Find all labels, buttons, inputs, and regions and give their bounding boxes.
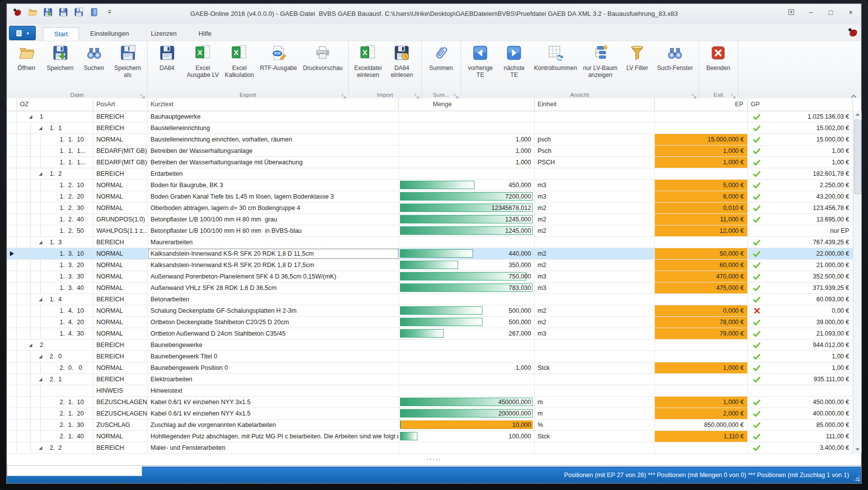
cell-gp[interactable]: 400.000,00 €	[748, 408, 853, 419]
cell-posart[interactable]: BEZUSCHLAGEN	[93, 397, 148, 408]
row-indicator-cell[interactable]	[7, 134, 17, 145]
cell-gp[interactable]: 1.025.136,03 €	[748, 111, 853, 122]
cell-einheit[interactable]: m3	[535, 191, 655, 202]
grid-header-einheit[interactable]: Einheit	[535, 98, 655, 110]
vertical-scrollbar[interactable]	[853, 111, 862, 453]
ribbon-button-vorherige-te[interactable]: vorherige TE	[464, 43, 497, 80]
ribbon-button-speichern-als[interactable]: Speichern als	[111, 43, 144, 80]
cell-ep[interactable]: 78,000 €	[655, 317, 748, 328]
cell-einheit[interactable]: m3	[535, 282, 655, 293]
table-row[interactable]: 1. 4. 30NORMALOrtbeton Außenwand D 24cm …	[7, 328, 853, 340]
cell-ep[interactable]	[655, 340, 748, 350]
table-row[interactable]: 2BEREICHBaunebengewerke944.012,00 €	[7, 340, 853, 351]
cell-posart[interactable]: NORMAL	[93, 328, 148, 339]
cell-ep[interactable]: 12,000 €	[655, 225, 748, 236]
cell-kurztext[interactable]: Baunebengewerk Titel 0	[148, 351, 399, 362]
cell-oz[interactable]: 1. 2. 20	[17, 191, 93, 202]
resize-grip-icon[interactable]	[858, 480, 860, 481]
cell-menge[interactable]: 450,000	[399, 180, 535, 191]
cell-kurztext[interactable]: Baustelleneinrichtung	[148, 123, 399, 134]
cell-ep[interactable]	[655, 442, 748, 453]
app-menu-button[interactable]: ▾	[9, 26, 36, 40]
cell-kurztext[interactable]: Betonpflaster L/B 100/100 mm H 80 mm in …	[148, 225, 399, 236]
cell-ep[interactable]: 475,000 €	[655, 282, 748, 293]
cell-kurztext[interactable]: Betreiben der Wasserhaltungsanlage	[148, 145, 399, 156]
cell-gp[interactable]: 3.400,00 €	[748, 442, 853, 453]
cell-ep[interactable]	[655, 294, 748, 305]
table-row[interactable]: 1. 1. 1...BEDARF(MIT GB)Betreiben der Wa…	[7, 145, 853, 157]
table-row[interactable]: 1. 4. 10NORMALSchalung Deckenplatte GF-S…	[7, 305, 853, 317]
cell-gp[interactable]: 767.439,25 €	[748, 237, 853, 248]
cell-oz[interactable]: 1. 1. 1...	[17, 145, 93, 156]
ribbon-button-exceldatei-einlesen[interactable]: XExceldatei einlesen	[352, 43, 385, 80]
cell-oz[interactable]: 1. 4. 30	[17, 328, 93, 339]
cell-menge[interactable]: 350,000	[399, 260, 535, 271]
cell-kurztext[interactable]: Ortbeton Außenwand D 24cm Stahlbeton C35…	[148, 328, 399, 339]
cell-einheit[interactable]: m2	[535, 214, 655, 225]
table-row[interactable]: 2. 2BEREICHMaler- und Fensterarbeiten3.4…	[7, 442, 853, 454]
table-row[interactable]: 1. 3. 20NORMALKalksandstein-Innenwand KS…	[7, 260, 853, 271]
cell-posart[interactable]: NORMAL	[93, 248, 148, 259]
cell-oz[interactable]: 1. 4	[17, 294, 93, 305]
cell-kurztext[interactable]: Betreiben der Wasserhaltungsanlage mit Ü…	[148, 157, 399, 168]
cell-menge[interactable]: 7200,000	[399, 191, 535, 202]
table-row[interactable]: 2. 1. 10BEZUSCHLAGENKabel 0.6/1 kV einzi…	[7, 397, 853, 408]
grid-header-ep[interactable]: EP	[655, 98, 748, 110]
row-indicator-cell[interactable]	[7, 351, 17, 362]
dialog-launcher-icon[interactable]	[414, 92, 420, 97]
cell-posart[interactable]: HINWEIS	[93, 385, 148, 396]
table-row[interactable]: HINWEISHinweistext	[7, 385, 853, 397]
cell-kurztext[interactable]: Boden für Baugrube, BK 3	[148, 180, 399, 191]
row-indicator-cell[interactable]	[7, 191, 17, 202]
cell-menge[interactable]: 440,000	[399, 248, 535, 259]
cell-einheit[interactable]	[535, 385, 655, 396]
cell-posart[interactable]: NORMAL	[93, 260, 148, 271]
cell-menge[interactable]: 500,000	[399, 317, 535, 328]
table-row[interactable]: 1. 1BEREICHBaustelleneinrichtung15.002,0…	[7, 123, 853, 134]
cell-kurztext[interactable]: Maurerarbeiten	[148, 237, 399, 248]
cell-ep[interactable]	[655, 123, 748, 134]
cell-menge[interactable]	[399, 351, 535, 362]
cell-einheit[interactable]: m2	[535, 248, 655, 259]
cell-gp[interactable]: nur EP	[748, 225, 853, 236]
close-button[interactable]: ×	[844, 7, 857, 18]
cell-einheit[interactable]	[535, 237, 655, 248]
cell-gp[interactable]: 15.000,00 €	[748, 134, 853, 145]
cell-posart[interactable]: BEREICH	[93, 294, 148, 305]
cell-einheit[interactable]: Stck	[535, 431, 655, 442]
cell-einheit[interactable]: m2	[535, 317, 655, 328]
cell-menge[interactable]: 1,000	[399, 157, 535, 168]
cell-einheit[interactable]: m2	[535, 203, 655, 213]
tree-expander-icon[interactable]	[39, 172, 42, 176]
cell-oz[interactable]: 1. 3. 30	[17, 271, 93, 282]
cell-menge[interactable]: 10,000	[399, 420, 535, 430]
maximize-button[interactable]: □	[824, 7, 837, 18]
tab-einstellungen[interactable]: Einstellungen	[79, 27, 140, 41]
row-indicator-cell[interactable]	[7, 408, 17, 419]
cell-menge[interactable]: 1,000	[399, 362, 535, 373]
cell-posart[interactable]: BEZUSCHLAGEN	[93, 408, 148, 419]
row-indicator-cell[interactable]	[7, 362, 17, 373]
tab-start[interactable]: Start	[43, 27, 79, 41]
save-icon[interactable]	[58, 7, 68, 17]
cell-oz[interactable]: 2. 1	[17, 374, 93, 385]
cell-oz[interactable]: 1. 2. 10	[17, 180, 93, 191]
table-row[interactable]: 1. 3. 10NORMALKalksandstein-Innenwand KS…	[7, 248, 853, 260]
cell-einheit[interactable]	[535, 123, 655, 134]
window-popup-icon[interactable]	[785, 7, 797, 18]
cell-posart[interactable]: BEREICH	[93, 351, 148, 362]
cell-oz[interactable]: 1. 1	[17, 123, 93, 134]
cell-ep[interactable]	[655, 385, 748, 396]
cell-kurztext[interactable]: Kalksandstein-Innenwand KS-R SFK 20 RDK …	[148, 248, 399, 259]
cell-oz[interactable]: 2. 0. 0	[17, 362, 93, 373]
grid-header-kurztext[interactable]: Kurztext	[148, 98, 399, 110]
cell-menge[interactable]	[399, 237, 535, 248]
table-row[interactable]: 1. 3. 40NORMALAußenwand VHLz SFK 28 RDK …	[7, 282, 853, 294]
table-row[interactable]: 1. 2. 10NORMALBoden für Baugrube, BK 345…	[7, 180, 853, 191]
cell-einheit[interactable]: m2	[535, 305, 655, 316]
cell-gp[interactable]: 13.695,00 €	[748, 214, 853, 225]
cell-kurztext[interactable]: Baustelleneinrichtung einrichten, vorhal…	[148, 134, 399, 145]
cell-oz[interactable]: 2. 1. 20	[17, 408, 93, 419]
cell-menge[interactable]	[399, 111, 535, 122]
row-indicator-cell[interactable]	[7, 237, 17, 248]
